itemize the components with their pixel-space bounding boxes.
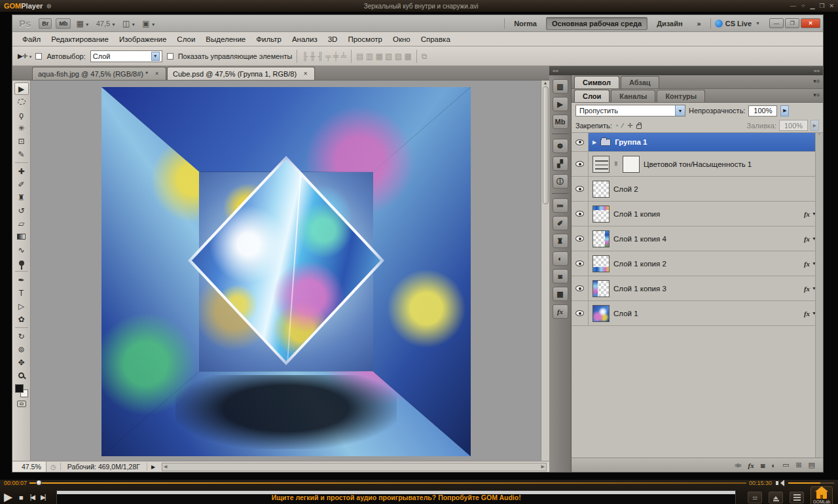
seek-handle[interactable] (36, 480, 42, 486)
marquee-tool[interactable] (14, 96, 29, 108)
gom-minimize-icon[interactable]: ▁ (810, 3, 814, 9)
gom-skin-minimal-icon[interactable]: — (790, 3, 796, 9)
quick-selection-tool[interactable]: ✳ (14, 122, 29, 134)
tab-cube-psd[interactable]: Cube.psd @ 47,5% (Группа 1, RGB/8)✕ (167, 67, 315, 80)
menu-image[interactable]: Изображение (115, 34, 171, 45)
layer-row-layer-2[interactable]: Слой 2 (572, 177, 823, 202)
visibility-toggle[interactable] (572, 152, 589, 176)
ad-banner[interactable]: Ищите легкий и простой аудио проигрывате… (56, 490, 736, 504)
collapse-dock-icon[interactable]: «« (553, 68, 558, 74)
tab-channels[interactable]: Каналы (611, 90, 655, 102)
visibility-toggle[interactable] (572, 276, 589, 300)
playlist-button[interactable] (790, 492, 804, 503)
layer-thumbnail[interactable] (592, 230, 610, 247)
lock-all-icon[interactable] (636, 124, 642, 129)
scrollbar-thumb[interactable] (543, 86, 549, 204)
menu-3d[interactable]: 3D (323, 34, 342, 45)
new-layer-icon[interactable]: ⊞ (795, 461, 801, 469)
zoom-level-control[interactable]: 47,5▼ (96, 20, 116, 27)
color-swatches[interactable] (15, 384, 28, 397)
layer-row-hue-saturation[interactable]: ∞ Цветовой тон/Насыщенность 1 (572, 152, 823, 177)
visibility-toggle[interactable] (572, 301, 589, 325)
workspace-design[interactable]: Дизайн (651, 18, 687, 29)
adjustments-panel-icon[interactable]: ◐ (553, 251, 568, 266)
tab-paragraph[interactable]: Абзац (621, 76, 659, 88)
tab-layers[interactable]: Слои (574, 90, 610, 102)
status-popup-arrow-icon[interactable]: ▶ (147, 464, 159, 470)
seek-bar[interactable] (29, 482, 746, 484)
menu-layers[interactable]: Слои (172, 34, 200, 45)
volume-slider[interactable] (788, 482, 834, 484)
workspace-more-chevron[interactable]: » (692, 18, 706, 29)
info-panel-icon[interactable]: ⓘ (553, 174, 568, 189)
masks-panel-icon[interactable]: ◙ (553, 269, 568, 283)
navigator-panel-icon[interactable]: ☸ (553, 139, 568, 153)
clone-stamp-tool[interactable]: ♜ (14, 191, 29, 204)
layer-style-icon[interactable]: fx (748, 461, 754, 469)
tab-aqua-fish[interactable]: aqua-fish.jpg @ 47,5% (RGB/8#) *✕ (32, 67, 166, 80)
lock-position-icon[interactable]: ✛ (627, 122, 632, 129)
lasso-tool[interactable]: ϙ (14, 109, 29, 121)
control-panel-button[interactable]: ⚍ (748, 492, 762, 503)
menu-file[interactable]: Файл (18, 34, 45, 45)
layer-row-layer-1[interactable]: Слой 1 fx▼ (572, 301, 823, 326)
blend-mode-dropdown[interactable]: Пропустить▼ (575, 105, 685, 117)
menu-select[interactable]: Выделение (201, 34, 250, 45)
delete-layer-icon[interactable]: ▤ (809, 461, 815, 469)
crop-tool[interactable]: ⊡ (14, 135, 29, 147)
3d-rotate-tool[interactable]: ↻ (14, 330, 29, 342)
canvas-area[interactable]: ▲ (31, 81, 549, 461)
add-layer-mask-icon[interactable]: ◙ (761, 461, 765, 469)
layer-thumbnail[interactable] (592, 305, 610, 322)
styles-panel-icon[interactable]: fx (553, 304, 568, 319)
screen-mode-icon[interactable]: ▣▼ (141, 19, 156, 28)
ps-close-button[interactable]: ✕ (801, 18, 820, 28)
visibility-toggle[interactable] (572, 202, 589, 226)
gom-always-on-top-icon[interactable]: ⁘ (801, 3, 806, 9)
menu-help[interactable]: Справка (416, 34, 455, 45)
panel-menu-icon[interactable]: ▾≡ (813, 92, 820, 98)
layer-row-layer-1-copy-2[interactable]: Слой 1 копия 2 fx▼ (572, 251, 823, 276)
ps-minimize-button[interactable]: — (769, 18, 784, 28)
3d-orbit-tool[interactable]: ⊚ (14, 343, 29, 355)
zoom-tool[interactable] (14, 369, 29, 382)
dodge-tool[interactable] (14, 257, 29, 269)
layer-thumbnail[interactable] (592, 206, 610, 223)
path-selection-tool[interactable]: ▷ (14, 300, 29, 312)
link-layers-icon[interactable]: ⟚ (735, 461, 741, 469)
cs-live-button[interactable]: CS Live▼ (715, 20, 760, 27)
swatches-panel-icon[interactable]: ▦ (553, 287, 568, 301)
mini-bridge-panel-icon[interactable]: Mb (553, 115, 568, 129)
move-tool[interactable]: ▶ (14, 82, 29, 95)
expand-triangle-icon[interactable]: ▶ (592, 139, 596, 145)
clone-source-panel-icon[interactable]: ♜ (553, 234, 568, 248)
pen-tool[interactable]: ✒ (14, 274, 29, 286)
autoselect-dropdown[interactable]: Слой▼ (90, 50, 162, 62)
healing-brush-tool[interactable]: ✚ (14, 165, 29, 177)
history-brush-tool[interactable]: ↺ (14, 204, 29, 217)
document-image[interactable] (101, 87, 471, 456)
menu-edit[interactable]: Редактирование (46, 34, 113, 45)
tab-character[interactable]: Символ (574, 76, 619, 88)
arrange-documents-icon[interactable]: ◫▼ (121, 19, 137, 28)
canvas-horizontal-scrollbar[interactable]: ◀▶ (162, 463, 547, 471)
histogram-panel-icon[interactable]: ▞ (553, 156, 568, 171)
status-zoom-field[interactable]: 47.5% (12, 461, 46, 472)
gom-maximize-icon[interactable]: ❐ (819, 3, 824, 9)
menu-filter[interactable]: Фильтр (251, 34, 286, 45)
show-transform-controls-checkbox[interactable] (167, 53, 173, 60)
move-tool-icon[interactable]: ▶✛ ▾ (18, 52, 31, 60)
hand-tool[interactable]: ✥ (14, 356, 29, 369)
expand-dock-icon[interactable]: »» (814, 68, 820, 74)
tool-presets-panel-icon[interactable]: ≔ (553, 198, 568, 213)
layer-thumbnail[interactable] (592, 255, 610, 272)
brush-panel-icon[interactable]: ✐ (553, 216, 568, 230)
gom-close-icon[interactable]: ✕ (829, 3, 834, 9)
previous-button[interactable]: |◀ (30, 494, 34, 501)
menu-window[interactable]: Окно (388, 34, 415, 45)
brush-tool[interactable]: ✐ (14, 178, 29, 190)
lock-transparency-icon[interactable]: ▫ (616, 122, 619, 129)
layer-row-layer-1-copy-4[interactable]: Слой 1 копия 4 fx▼ (572, 226, 823, 251)
new-group-icon[interactable]: ▭ (782, 461, 789, 469)
gom-settings-gear-icon[interactable]: ☸ (46, 3, 52, 10)
